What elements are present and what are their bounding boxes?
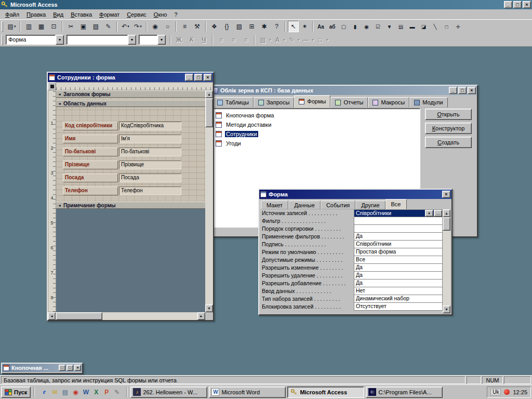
- close-button[interactable]: ×: [442, 191, 450, 198]
- listbox-tool[interactable]: ▤: [395, 21, 406, 32]
- toolbar-grip[interactable]: [2, 21, 3, 32]
- field-label-control[interactable]: По-батькові: [63, 148, 118, 156]
- toolbar-grip[interactable]: [2, 35, 3, 45]
- maximize-button[interactable]: □: [513, 1, 522, 8]
- properties-tab[interactable]: События: [321, 201, 355, 209]
- outlook-icon[interactable]: ✉: [50, 388, 59, 397]
- dropdown-icon[interactable]: ▾: [269, 38, 271, 42]
- property-value[interactable]: Все: [354, 256, 443, 264]
- form-footer-section-bar[interactable]: ◄ Примечание формы: [56, 202, 205, 209]
- close-button[interactable]: ×: [523, 1, 531, 8]
- menu-item[interactable]: Формат: [96, 10, 123, 19]
- record-source-dropdown-icon[interactable]: ▾: [425, 210, 433, 217]
- checkbox-tool[interactable]: ☑: [373, 21, 383, 32]
- field-textbox-control[interactable]: По-батькові: [119, 148, 181, 156]
- detail-section-bar[interactable]: ◄ Область данных: [56, 100, 205, 107]
- scroll-down-icon[interactable]: ▼: [443, 305, 450, 313]
- option-button-tool[interactable]: ◉: [361, 21, 372, 32]
- action-button[interactable]: Конструктор: [425, 123, 472, 134]
- maximize-button[interactable]: □: [458, 87, 467, 94]
- menu-item[interactable]: Окно: [150, 10, 171, 19]
- field-textbox-control[interactable]: Прізвище: [119, 161, 181, 169]
- dropdown-icon[interactable]: ▾: [298, 38, 300, 42]
- field-textbox-control[interactable]: Посада: [119, 174, 181, 182]
- action-button[interactable]: Открыть: [425, 109, 472, 120]
- cut-button[interactable]: ✂: [65, 21, 77, 32]
- channels-icon[interactable]: ◉: [71, 388, 80, 397]
- vertical-scrollbar[interactable]: ▲ ▼: [205, 90, 213, 312]
- field-label-control[interactable]: Телефон: [63, 187, 118, 195]
- scroll-down-icon[interactable]: ▼: [205, 304, 213, 312]
- line-tool[interactable]: ╲: [430, 21, 441, 32]
- print-preview-button[interactable]: ⊡: [48, 21, 60, 32]
- tab-forms[interactable]: Формы: [294, 95, 330, 108]
- dropdown-icon[interactable]: ▾: [312, 38, 314, 42]
- menu-item[interactable]: ?: [170, 10, 181, 19]
- special-effect-button[interactable]: □: [314, 34, 326, 45]
- record-source-builder-button[interactable]: ...: [434, 210, 442, 217]
- property-value[interactable]: Простая форма: [354, 248, 443, 256]
- field-label-control[interactable]: Имя: [63, 135, 118, 143]
- internet-explorer-icon[interactable]: e: [39, 388, 49, 397]
- option-group-tool[interactable]: ▢: [338, 21, 349, 32]
- menu-item[interactable]: Вставка: [67, 10, 96, 19]
- undo-button[interactable]: ↶▾: [119, 21, 131, 32]
- restore-button[interactable]: □: [59, 365, 65, 371]
- scroll-right-icon[interactable]: ►: [197, 312, 205, 320]
- minimize-button[interactable]: _: [185, 74, 193, 81]
- close-button[interactable]: ×: [74, 365, 81, 371]
- scroll-track[interactable]: [443, 217, 450, 305]
- insert-hyperlink-button[interactable]: ◉: [149, 21, 161, 32]
- toolbox-button[interactable]: ⚒: [191, 21, 203, 32]
- list-item[interactable]: Кнопочная форма: [214, 111, 419, 120]
- scroll-track[interactable]: [56, 312, 197, 320]
- detail-section[interactable]: Код співробітники КодСпівробітника Имя І…: [56, 107, 205, 202]
- autoformat-button[interactable]: ❖: [208, 21, 220, 32]
- image-tool[interactable]: ◪: [418, 21, 429, 32]
- border-width-button[interactable]: —: [300, 34, 312, 45]
- scroll-thumb[interactable]: [443, 217, 450, 231]
- control-wizard-tool[interactable]: ✶: [299, 21, 310, 32]
- object-selector-combobox[interactable]: Форма ▾: [6, 35, 64, 45]
- align-center-button[interactable]: ≡: [228, 34, 240, 45]
- object-selector-dropdown-icon[interactable]: ▾: [56, 35, 64, 45]
- menu-item[interactable]: Вид: [49, 10, 67, 19]
- tab-reports[interactable]: Отчеты: [330, 97, 368, 108]
- more-controls-button[interactable]: ✛: [453, 21, 463, 32]
- field-textbox-control[interactable]: Телефон: [119, 187, 181, 195]
- scroll-left-icon[interactable]: ◄: [48, 312, 56, 320]
- properties-window-titlebar[interactable]: Форма ×: [259, 190, 451, 199]
- bold-button[interactable]: Ж: [173, 34, 185, 45]
- font-size-dropdown-icon[interactable]: ▾: [157, 35, 166, 45]
- show-desktop-icon[interactable]: ▤: [60, 388, 70, 397]
- format-painter-button[interactable]: ✎: [102, 21, 114, 32]
- properties-tab[interactable]: Данные: [288, 201, 321, 209]
- property-value[interactable]: Динамический набор: [354, 295, 443, 303]
- font-name-combobox[interactable]: ▾: [66, 35, 136, 45]
- toggle-button-tool[interactable]: ▮: [350, 21, 361, 32]
- tab-tables[interactable]: Таблицы: [212, 97, 254, 108]
- paint-icon[interactable]: ✎: [112, 388, 122, 397]
- label-tool[interactable]: Aa: [315, 21, 326, 32]
- tab-queries[interactable]: Запросы: [254, 97, 294, 108]
- field-label-control[interactable]: Код співробітники: [63, 122, 118, 130]
- rectangle-tool[interactable]: □: [441, 21, 452, 32]
- new-object-button[interactable]: ✱: [258, 21, 270, 32]
- property-value[interactable]: Да: [354, 263, 443, 272]
- start-button[interactable]: Пуск: [1, 387, 31, 398]
- close-button[interactable]: ×: [204, 74, 212, 81]
- properties-tab[interactable]: Все: [385, 199, 407, 209]
- field-label-control[interactable]: Посада: [63, 174, 118, 182]
- scroll-thumb[interactable]: [205, 98, 213, 127]
- properties-button[interactable]: ▧: [233, 21, 245, 32]
- web-toolbar-button[interactable]: ○: [162, 21, 174, 32]
- copy-button[interactable]: ▣: [77, 21, 89, 32]
- minimize-button[interactable]: _: [449, 87, 457, 94]
- property-value[interactable]: Співробітники: [354, 240, 443, 248]
- code-button[interactable]: {}: [221, 21, 233, 32]
- maximize-button[interactable]: □: [194, 74, 203, 81]
- properties-tab[interactable]: Другие: [355, 201, 385, 209]
- select-pointer-tool[interactable]: ↖: [288, 21, 299, 32]
- font-size-combobox[interactable]: ▾: [139, 35, 166, 45]
- action-button[interactable]: Создать: [425, 137, 472, 148]
